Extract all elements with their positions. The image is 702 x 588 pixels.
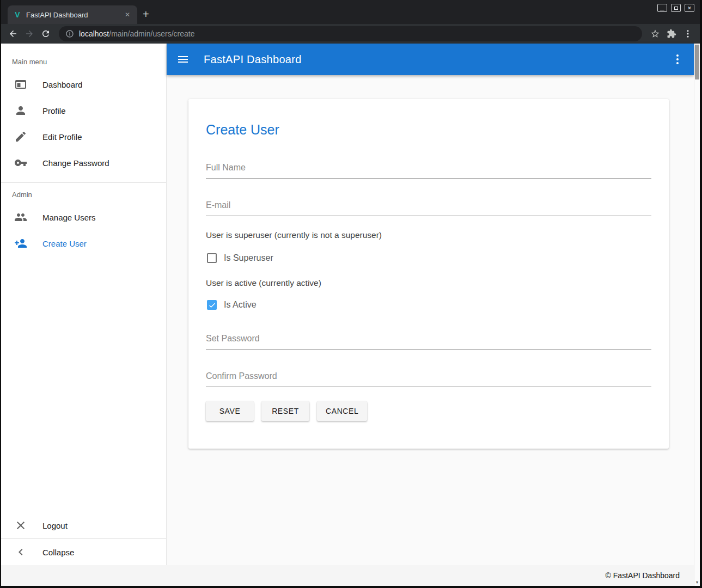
checkbox-label: Is Superuser bbox=[224, 253, 273, 263]
sidebar-section-admin: Admin bbox=[1, 183, 166, 204]
dashboard-icon bbox=[14, 78, 27, 91]
sidebar-item-dashboard[interactable]: Dashboard bbox=[1, 71, 166, 97]
is-superuser-checkbox-row[interactable]: Is Superuser bbox=[206, 253, 651, 263]
scrollbar-thumb[interactable] bbox=[695, 45, 699, 79]
browser-toolbar: localhost/main/admin/users/create bbox=[1, 24, 700, 44]
address-bar[interactable]: localhost/main/admin/users/create bbox=[59, 26, 642, 41]
email-input[interactable] bbox=[206, 200, 651, 216]
sidebar-item-label: Change Password bbox=[42, 158, 109, 168]
create-user-card: Create User User is superuser (currently… bbox=[188, 99, 669, 449]
close-button[interactable]: ✕ bbox=[685, 4, 694, 12]
forward-icon[interactable] bbox=[23, 27, 36, 40]
footer-copyright: © FastAPI Dashboard bbox=[606, 571, 680, 580]
new-tab-button[interactable]: + bbox=[143, 9, 149, 20]
set-password-field-wrap bbox=[206, 334, 651, 350]
sidebar-item-label: Create User bbox=[42, 239, 87, 248]
save-button[interactable]: SAVE bbox=[206, 401, 254, 421]
checkbox-unchecked-icon[interactable] bbox=[207, 253, 217, 263]
back-icon[interactable] bbox=[7, 27, 20, 40]
pencil-icon bbox=[14, 130, 27, 143]
reload-icon[interactable] bbox=[39, 27, 52, 40]
sidebar-item-label: Collapse bbox=[42, 548, 74, 557]
chevron-left-icon bbox=[14, 546, 27, 559]
extensions-icon[interactable] bbox=[665, 27, 678, 40]
checkbox-label: Is Active bbox=[224, 300, 257, 310]
sidebar-item-label: Logout bbox=[42, 521, 68, 530]
minimize-button[interactable] bbox=[657, 4, 667, 12]
sidebar-item-label: Dashboard bbox=[42, 80, 82, 89]
bookmark-star-icon[interactable] bbox=[649, 27, 662, 40]
sidebar-item-collapse[interactable]: Collapse bbox=[1, 539, 166, 565]
page-scrollbar[interactable]: ▼ bbox=[694, 44, 700, 586]
sidebar-item-create-user[interactable]: Create User bbox=[1, 230, 166, 256]
email-field-wrap bbox=[206, 200, 651, 216]
cancel-button[interactable]: CANCEL bbox=[317, 401, 367, 421]
superuser-hint: User is superuser (currently is not a su… bbox=[206, 230, 651, 240]
set-password-input[interactable] bbox=[206, 334, 651, 350]
window-controls: ✕ bbox=[657, 4, 694, 12]
page-viewport: Main menu Dashboard Profile bbox=[1, 44, 700, 586]
sidebar-item-manage-users[interactable]: Manage Users bbox=[1, 204, 166, 230]
sidebar-item-change-password[interactable]: Change Password bbox=[1, 150, 166, 176]
person-add-icon bbox=[14, 237, 27, 250]
scrollbar-down-arrow-icon[interactable]: ▼ bbox=[694, 580, 700, 584]
full-name-field-wrap bbox=[206, 163, 651, 179]
url-text: localhost/main/admin/users/create bbox=[79, 29, 194, 38]
hamburger-menu-icon[interactable] bbox=[176, 53, 190, 66]
sidebar-item-edit-profile[interactable]: Edit Profile bbox=[1, 124, 166, 150]
close-icon bbox=[14, 519, 27, 532]
browser-menu-icon[interactable] bbox=[681, 27, 694, 40]
sidebar-spacer bbox=[1, 256, 166, 512]
browser-titlebar: V FastAPI Dashboard ✕ + ✕ bbox=[1, 0, 700, 24]
reset-button[interactable]: RESET bbox=[261, 401, 309, 421]
sidebar: Main menu Dashboard Profile bbox=[1, 44, 167, 565]
sidebar-section-main-menu: Main menu bbox=[1, 44, 166, 71]
sidebar-item-label: Edit Profile bbox=[42, 132, 82, 142]
full-name-input[interactable] bbox=[206, 163, 651, 179]
confirm-password-field-wrap bbox=[206, 371, 651, 387]
site-info-icon[interactable] bbox=[65, 29, 74, 38]
active-hint: User is active (currently active) bbox=[206, 278, 651, 288]
sidebar-item-logout[interactable]: Logout bbox=[1, 512, 166, 538]
app-bar: FastAPI Dashboard bbox=[167, 44, 694, 75]
page-footer: © FastAPI Dashboard bbox=[1, 565, 694, 586]
url-path: /main/admin/users/create bbox=[109, 29, 194, 38]
tab-title: FastAPI Dashboard bbox=[26, 11, 119, 19]
sidebar-item-label: Manage Users bbox=[42, 213, 96, 222]
page-title: Create User bbox=[206, 122, 651, 138]
sidebar-item-label: Profile bbox=[42, 106, 66, 115]
main-area: FastAPI Dashboard Create User bbox=[167, 44, 694, 565]
person-icon bbox=[14, 104, 27, 117]
key-icon bbox=[14, 156, 27, 169]
appbar-menu-icon[interactable] bbox=[671, 53, 684, 66]
confirm-password-input[interactable] bbox=[206, 371, 651, 387]
checkbox-checked-icon[interactable] bbox=[207, 300, 217, 310]
form-buttons: SAVE RESET CANCEL bbox=[206, 401, 651, 421]
appbar-title: FastAPI Dashboard bbox=[204, 53, 302, 66]
sidebar-item-profile[interactable]: Profile bbox=[1, 97, 166, 124]
browser-tab[interactable]: V FastAPI Dashboard ✕ bbox=[8, 5, 137, 24]
browser-window: V FastAPI Dashboard ✕ + ✕ localhost/main… bbox=[0, 0, 702, 588]
vuetify-favicon-icon: V bbox=[13, 10, 22, 19]
url-host: localhost bbox=[79, 29, 109, 38]
tab-close-icon[interactable]: ✕ bbox=[123, 10, 132, 20]
is-active-checkbox-row[interactable]: Is Active bbox=[206, 300, 651, 310]
people-icon bbox=[14, 211, 27, 224]
maximize-button[interactable] bbox=[671, 4, 681, 12]
page-content: Create User User is superuser (currently… bbox=[167, 75, 694, 565]
